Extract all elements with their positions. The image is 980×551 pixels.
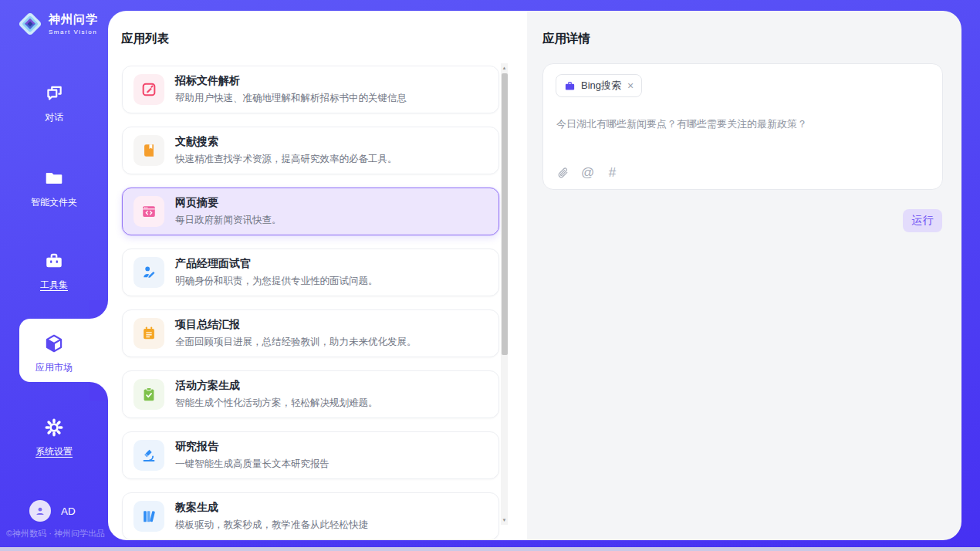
prompt-text[interactable]: 今日湖北有哪些新闻要点？有哪些需要关注的最新政策？	[556, 117, 930, 132]
app-tile	[133, 135, 164, 166]
chevron-up-icon[interactable]: ▲	[501, 63, 508, 73]
app-card-title: 文献搜索	[175, 135, 397, 149]
app-tile	[133, 74, 164, 105]
app-card-desc: 帮助用户快速、准确地理解和解析招标书中的关键信息	[175, 92, 407, 105]
bottom-strip	[0, 547, 980, 551]
app-card-desc: 一键智能生成高质量长文本研究报告	[175, 458, 329, 471]
pill-notch-top	[90, 300, 108, 319]
microscope-icon	[140, 447, 157, 464]
diamond-logo-icon	[15, 9, 45, 39]
app-card-title: 研究报告	[175, 440, 329, 454]
app-card[interactable]: 项目总结汇报全面回顾项目进展，总结经验教训，助力未来优化发展。	[122, 309, 499, 357]
clipboard-check-icon	[140, 386, 157, 403]
sidebar-item-settings[interactable]: 系统设置	[0, 417, 108, 458]
brand-name: 神州问学	[49, 12, 98, 27]
user-initials: AD	[61, 505, 76, 517]
app-card-desc: 全面回顾项目进展，总结经验教训，助力未来优化发展。	[175, 336, 417, 349]
app-list-panel: 应用列表 招标文件解析帮助用户快速、准确地理解和解析招标书中的关键信息文献搜索快…	[108, 11, 527, 540]
scrollbar[interactable]: ▲ ▼	[501, 63, 508, 525]
book-icon	[140, 142, 157, 159]
app-tile	[133, 318, 164, 349]
sidebar-item-label: 对话	[0, 111, 108, 124]
scrollbar-thumb[interactable]	[502, 73, 508, 355]
app-tile	[133, 196, 164, 227]
sidebar-item-chat[interactable]: 对话	[0, 83, 108, 124]
close-icon[interactable]: ×	[627, 80, 634, 91]
app-card[interactable]: 研究报告一键智能生成高质量长文本研究报告	[122, 431, 499, 479]
app-card-desc: 智能生成个性化活动方案，轻松解决规划难题。	[175, 397, 378, 410]
app-card-title: 教案生成	[175, 501, 368, 515]
prompt-card: Bing搜索 × 今日湖北有哪些新闻要点？有哪些需要关注的最新政策？ @#	[542, 63, 943, 190]
app-card-title: 网页摘要	[175, 196, 282, 210]
app-tile	[133, 440, 164, 471]
tool-chip-label: Bing搜索	[581, 79, 621, 93]
app-card[interactable]: 网页摘要每日政府新闻资讯快查。	[122, 188, 499, 235]
books-icon	[140, 508, 157, 525]
app-detail-panel: 应用详情 Bing搜索 × 今日湖北有哪些新闻要点？有哪些需要关注的最新政策？ …	[527, 11, 961, 540]
briefcase-icon	[564, 80, 576, 92]
content-area: 应用列表 招标文件解析帮助用户快速、准确地理解和解析招标书中的关键信息文献搜索快…	[108, 11, 961, 540]
app-tile	[133, 379, 164, 410]
composer-toolbar: @#	[556, 166, 619, 179]
hash-icon[interactable]: #	[606, 166, 619, 179]
app-card-title: 招标文件解析	[175, 74, 407, 88]
cube-icon	[44, 333, 64, 353]
folder-icon	[44, 168, 64, 188]
sidebar-item-label: 应用市场	[0, 361, 108, 374]
app-card-desc: 模板驱动，教案秒成，教学准备从此轻松快捷	[175, 519, 368, 532]
app-tile	[133, 501, 164, 532]
app-card-desc: 快速精准查找学术资源，提高研究效率的必备工具。	[175, 153, 397, 166]
sidebar-item-label: 工具集	[0, 279, 108, 292]
gear-icon	[44, 417, 64, 438]
sidebar-item-label: 系统设置	[0, 445, 108, 458]
sidebar-item-label: 智能文件夹	[0, 196, 108, 209]
avatar[interactable]	[29, 500, 51, 522]
copyright-text: ©神州数码 · 神州问学出品	[6, 528, 105, 539]
document-edit-icon	[140, 81, 157, 98]
sidebar-item-folders[interactable]: 智能文件夹	[0, 168, 108, 209]
run-button[interactable]: 运行	[903, 209, 942, 232]
app-card[interactable]: 文献搜索快速精准查找学术资源，提高研究效率的必备工具。	[122, 127, 499, 174]
chevron-down-icon[interactable]: ▼	[501, 516, 508, 525]
app-card-desc: 明确身份和职责，为您提供专业性的面试问题。	[175, 275, 378, 288]
app-card-title: 产品经理面试官	[175, 257, 378, 271]
pill-notch-bottom	[90, 382, 108, 401]
sidebar-item-tools[interactable]: 工具集	[0, 251, 108, 292]
app-card[interactable]: 招标文件解析帮助用户快速、准确地理解和解析招标书中的关键信息	[122, 66, 499, 113]
app-window: 神州问学 Smart Vision 对话智能文件夹工具集应用市场系统设置 AD …	[0, 0, 980, 551]
interview-icon	[140, 264, 157, 281]
paperclip-icon[interactable]	[556, 166, 569, 179]
sidebar-item-app-market[interactable]: 应用市场	[0, 333, 108, 374]
at-icon[interactable]: @	[581, 166, 594, 179]
app-card[interactable]: 教案生成模板驱动，教案秒成，教学准备从此轻松快捷	[122, 492, 499, 540]
app-detail-title: 应用详情	[542, 31, 590, 47]
web-code-icon	[140, 203, 157, 220]
app-card[interactable]: 活动方案生成智能生成个性化活动方案，轻松解决规划难题。	[122, 370, 499, 418]
toolbox-icon	[44, 251, 64, 271]
app-card-title: 项目总结汇报	[175, 318, 417, 332]
report-note-icon	[140, 325, 157, 342]
user-icon	[34, 505, 46, 517]
tool-chip-bing[interactable]: Bing搜索 ×	[556, 74, 642, 97]
app-card-list: 招标文件解析帮助用户快速、准确地理解和解析招标书中的关键信息文献搜索快速精准查找…	[122, 66, 499, 540]
app-card-title: 活动方案生成	[175, 379, 378, 393]
app-list-title: 应用列表	[121, 31, 169, 47]
brand: 神州问学 Smart Vision	[15, 9, 98, 39]
chat-icon	[44, 83, 64, 103]
brand-tagline: Smart Vision	[49, 29, 98, 35]
app-card-desc: 每日政府新闻资讯快查。	[175, 214, 282, 227]
app-tile	[133, 257, 164, 288]
app-card[interactable]: 产品经理面试官明确身份和职责，为您提供专业性的面试问题。	[122, 248, 499, 296]
user-row[interactable]: AD	[29, 500, 76, 522]
